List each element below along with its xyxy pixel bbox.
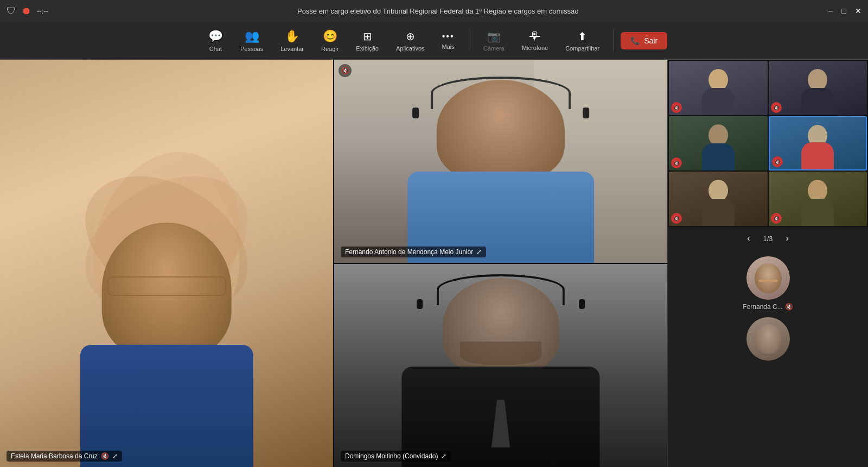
pagination: ‹ 1/3 › bbox=[668, 227, 868, 250]
camera-icon: 📷 bbox=[487, 30, 501, 43]
camera-button[interactable]: 📷 Câmera bbox=[476, 27, 512, 55]
estela-mic-icon: 🔇 bbox=[101, 452, 109, 460]
thumb-mic-1: 🔇 bbox=[671, 102, 682, 113]
thumb-tile-2: 🔇 bbox=[769, 61, 867, 115]
reagir-label: Reagir bbox=[321, 46, 339, 52]
thumb-head-2 bbox=[808, 69, 827, 91]
record-icon: ⏺ bbox=[22, 5, 31, 17]
levantar-label: Levantar bbox=[280, 46, 304, 52]
exibicao-icon: ⊞ bbox=[363, 30, 372, 43]
aplicativos-button[interactable]: ⊕ Aplicativos bbox=[388, 27, 432, 55]
reagir-icon: 😊 bbox=[323, 29, 337, 43]
chat-button[interactable]: 💬 Chat bbox=[201, 26, 231, 55]
window-controls[interactable]: ─ □ ✕ bbox=[828, 7, 861, 15]
compartilhar-icon: ⬆ bbox=[578, 30, 587, 43]
estela-name: Estela Maria Barbosa da Cruz bbox=[11, 452, 98, 460]
thumb-body-4 bbox=[801, 142, 834, 169]
fernando-mic-muted: 🔇 bbox=[339, 64, 352, 77]
thumb-tile-6: 🔇 bbox=[769, 172, 867, 226]
thumb-head-6 bbox=[808, 180, 827, 201]
maximize-button[interactable]: □ bbox=[842, 7, 846, 15]
unknown-avatar bbox=[746, 317, 790, 361]
thumb-head-1 bbox=[709, 69, 728, 91]
aplicativos-icon: ⊕ bbox=[406, 30, 415, 43]
thumbnail-grid: 🔇 🔇 🔇 bbox=[668, 60, 868, 227]
thumb-tile-4: 🔇 bbox=[769, 116, 867, 171]
toolbar-left-icons: 🛡 ⏺ --:-- bbox=[7, 5, 48, 17]
fernando-expand-icon[interactable]: ⤢ bbox=[476, 248, 482, 256]
pessoas-label: Pessoas bbox=[240, 46, 263, 52]
levantar-icon: ✋ bbox=[285, 29, 299, 43]
window-title: Posse em cargo efetivo do Tribunal Regio… bbox=[48, 7, 828, 15]
thumb-figure-5 bbox=[669, 172, 768, 226]
aplicativos-label: Aplicativos bbox=[396, 45, 425, 52]
next-page-button[interactable]: › bbox=[782, 231, 793, 245]
prev-page-button[interactable]: ‹ bbox=[743, 231, 754, 245]
thumb-mic-3: 🔇 bbox=[671, 157, 682, 168]
thumb-tile-5: 🔇 bbox=[669, 172, 768, 226]
fernanda-display-name: Fernanda C... bbox=[743, 303, 782, 311]
leave-button[interactable]: 📞 Sair bbox=[621, 32, 667, 49]
title-bar: 🛡 ⏺ --:-- Posse em cargo efetivo do Trib… bbox=[0, 0, 868, 22]
video-tile-fernando: 🔇 Fernando Antonio de Mendonça Melo Juni… bbox=[334, 60, 667, 263]
microfone-icon: 🎙 bbox=[529, 30, 540, 42]
thumb-mic-4: 🔇 bbox=[772, 156, 783, 167]
domingos-expand-icon[interactable]: ⤢ bbox=[441, 452, 446, 460]
right-panel: 🔇 🔇 🔇 bbox=[667, 60, 868, 467]
video-tile-estela: Estela Maria Barbosa da Cruz 🔇 ⤢ bbox=[0, 60, 333, 467]
leave-phone-icon: 📞 bbox=[630, 36, 640, 45]
minimize-button[interactable]: ─ bbox=[828, 7, 833, 15]
thumb-mic-2: 🔇 bbox=[771, 102, 782, 113]
leave-label: Sair bbox=[644, 36, 658, 45]
toolbar-center: 💬 Chat 👥 Pessoas ✋ Levantar 😊 Reagir ⊞ E… bbox=[201, 26, 667, 55]
fernanda-mic-icon: 🔇 bbox=[785, 303, 793, 311]
video-label-estela: Estela Maria Barbosa da Cruz 🔇 ⤢ bbox=[7, 451, 122, 462]
domingos-name: Domingos Moitinho (Convidado) bbox=[345, 452, 438, 460]
microfone-label: Microfone bbox=[522, 45, 548, 51]
thumb-figure-6 bbox=[769, 172, 867, 226]
microfone-button[interactable]: 🎙 Microfone bbox=[514, 27, 556, 54]
estela-expand-icon[interactable]: ⤢ bbox=[112, 452, 118, 460]
pessoas-button[interactable]: 👥 Pessoas bbox=[233, 26, 271, 55]
video-label-fernando: Fernando Antonio de Mendonça Melo Junior… bbox=[341, 247, 486, 257]
fernanda-avatar bbox=[746, 256, 790, 300]
thumb-tile-1: 🔇 bbox=[669, 61, 768, 115]
thumb-figure-1 bbox=[669, 61, 768, 115]
compartilhar-label: Compartilhar bbox=[565, 45, 599, 52]
reagir-button[interactable]: 😊 Reagir bbox=[314, 26, 346, 55]
thumb-mic-5: 🔇 bbox=[671, 213, 682, 224]
levantar-button[interactable]: ✋ Levantar bbox=[273, 26, 311, 55]
chat-icon: 💬 bbox=[208, 29, 223, 43]
time-display: --:-- bbox=[37, 7, 48, 15]
compartilhar-button[interactable]: ⬆ Compartilhar bbox=[558, 27, 607, 55]
thumb-body-5 bbox=[702, 199, 735, 226]
video-label-domingos: Domingos Moitinho (Convidado) ⤢ bbox=[341, 451, 451, 462]
thumb-body-1 bbox=[702, 88, 735, 115]
mais-icon: ••• bbox=[442, 31, 455, 41]
spotlight-participants: Fernanda C... 🔇 bbox=[668, 250, 868, 467]
toolbar-divider-2 bbox=[614, 30, 614, 52]
thumb-body-6 bbox=[801, 199, 834, 226]
fernando-name: Fernando Antonio de Mendonça Melo Junior bbox=[345, 248, 473, 256]
toolbar-divider bbox=[469, 30, 469, 52]
video-grid: Estela Maria Barbosa da Cruz 🔇 ⤢ 🔇 bbox=[0, 60, 667, 467]
spotlight-unknown bbox=[674, 317, 861, 364]
mais-button[interactable]: ••• Mais bbox=[435, 28, 462, 53]
video-tile-domingos: Domingos Moitinho (Convidado) ⤢ bbox=[334, 264, 667, 467]
thumb-figure-4 bbox=[770, 117, 866, 169]
toolbar: 💬 Chat 👥 Pessoas ✋ Levantar 😊 Reagir ⊞ E… bbox=[0, 22, 868, 60]
spotlight-fernanda: Fernanda C... 🔇 bbox=[674, 256, 861, 311]
page-indicator: 1/3 bbox=[763, 235, 773, 243]
thumb-mic-6: 🔇 bbox=[771, 213, 782, 224]
main-content: Estela Maria Barbosa da Cruz 🔇 ⤢ 🔇 bbox=[0, 60, 868, 467]
thumb-tile-3: 🔇 bbox=[669, 116, 768, 171]
close-button[interactable]: ✕ bbox=[855, 7, 861, 15]
chat-label: Chat bbox=[209, 46, 222, 52]
thumb-head-3 bbox=[709, 124, 728, 146]
thumb-body-2 bbox=[801, 88, 834, 115]
exibicao-label: Exibição bbox=[356, 45, 379, 52]
thumb-figure-3 bbox=[669, 116, 768, 171]
thumb-body-3 bbox=[702, 143, 735, 171]
fernanda-name-label: Fernanda C... 🔇 bbox=[743, 303, 793, 311]
exibicao-button[interactable]: ⊞ Exibição bbox=[348, 27, 386, 55]
